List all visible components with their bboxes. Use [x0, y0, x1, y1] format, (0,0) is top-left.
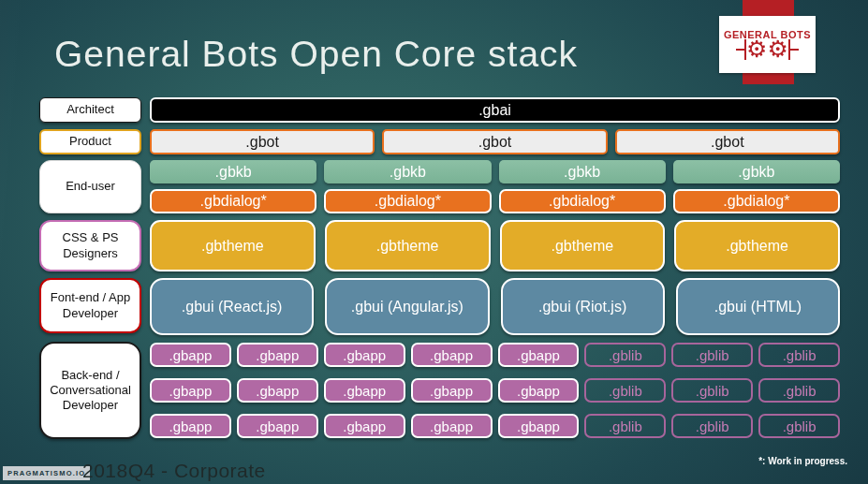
- gbapp-chip: .gbapp: [324, 414, 405, 438]
- gear-icon: ⚙: [746, 38, 767, 61]
- gbapp-chip: .gbapp: [150, 378, 231, 403]
- gbdialog-chip: .gbdialog*: [673, 189, 840, 213]
- gblib-chip: .gblib: [671, 343, 753, 367]
- gbapp-chip: .gbapp: [237, 378, 318, 403]
- role-label-css-ps-designers: CSS & PS Designers: [39, 220, 141, 271]
- gbtheme-chip: .gbtheme: [674, 220, 840, 271]
- gbui-riot-chip: .gbui (Riot.js): [501, 278, 665, 335]
- gbot-chip: .gbot: [382, 129, 607, 154]
- gbtheme-chip: .gbtheme: [150, 220, 316, 271]
- apps-row-2: .gbapp .gbapp .gbapp .gbapp .gbapp .gbli…: [150, 378, 840, 403]
- gbapp-chip: .gbapp: [150, 343, 231, 367]
- gblib-chip: .gblib: [584, 414, 666, 438]
- gbkb-row: .gbkb .gbkb .gbkb .gbkb: [150, 160, 840, 183]
- gblib-chip: .gblib: [758, 378, 840, 403]
- gbapp-chip: .gbapp: [411, 378, 493, 403]
- gbapp-chip: .gbapp: [237, 343, 318, 367]
- gbui-react-chip: .gbui (React.js): [150, 278, 314, 335]
- gblib-chip: .gblib: [584, 378, 666, 403]
- gbui-row: .gbui (React.js) .gbui (Angular.js) .gbu…: [150, 278, 840, 335]
- apps-row-1: .gbapp .gbapp .gbapp .gbapp .gbapp .gbli…: [150, 343, 840, 367]
- gbapp-chip: .gbapp: [324, 378, 405, 403]
- gbapp-chip: .gbapp: [150, 414, 231, 438]
- work-in-progress-note: *: Work in progress.: [758, 456, 847, 466]
- slide: General Bots Open Core stack GENERAL BOT…: [0, 0, 868, 484]
- gbkb-chip: .gbkb: [324, 160, 491, 183]
- gbapp-chip: .gbapp: [237, 414, 318, 438]
- gbapp-chip: .gbapp: [411, 414, 493, 438]
- gbtheme-row: .gbtheme .gbtheme .gbtheme .gbtheme: [150, 220, 840, 271]
- gbtheme-chip: .gbtheme: [325, 220, 491, 271]
- apps-row-3: .gbapp .gbapp .gbapp .gbapp .gbapp .gbli…: [150, 414, 840, 438]
- gbtheme-chip: .gbtheme: [500, 220, 666, 271]
- gbdialog-chip: .gbdialog*: [150, 189, 316, 213]
- role-label-end-user: End-user: [39, 160, 141, 213]
- gbot-chip: .gbot: [615, 129, 840, 154]
- role-label-frontend-app-developer: Font-end / App Developer: [39, 278, 141, 333]
- gbai-bar: .gbai: [150, 97, 840, 123]
- gblib-chip: .gblib: [584, 343, 666, 367]
- gbdialog-chip: .gbdialog*: [324, 189, 491, 213]
- gbapp-chip: .gbapp: [498, 414, 580, 438]
- gbapp-chip: .gbapp: [498, 343, 580, 367]
- role-label-product: Product: [39, 129, 141, 154]
- gear-icon: ⚙: [768, 38, 788, 61]
- gblib-chip: .gblib: [758, 343, 840, 367]
- gbui-angular-chip: .gbui (Angular.js): [325, 278, 489, 335]
- gbapp-chip: .gbapp: [411, 343, 493, 367]
- gblib-chip: .gblib: [671, 378, 753, 403]
- gears-icon: ⚙ ⚙: [736, 38, 799, 61]
- gbdialog-chip: .gbdialog*: [499, 189, 666, 213]
- gblib-chip: .gblib: [758, 414, 840, 438]
- gbui-html-chip: .gbui (HTML): [676, 278, 840, 335]
- gbapp-chip: .gbapp: [498, 378, 580, 403]
- gbkb-chip: .gbkb: [150, 160, 316, 183]
- gbdialog-row: .gbdialog* .gbdialog* .gbdialog* .gbdial…: [150, 189, 840, 213]
- role-label-architect: Architect: [39, 97, 141, 123]
- gbkb-chip: .gbkb: [499, 160, 666, 183]
- gblib-chip: .gblib: [671, 414, 753, 438]
- gbkb-chip: .gbkb: [673, 160, 840, 183]
- role-label-backend-conversational-developer: Back-end / Conversational Developer: [39, 342, 141, 439]
- page-title: General Bots Open Core stack: [54, 34, 672, 75]
- gear-line-left: [736, 49, 744, 51]
- gbot-chip: .gbot: [150, 129, 375, 154]
- general-bots-logo: GENERAL BOTS ⚙ ⚙: [719, 16, 816, 73]
- pragmatismo-brand-badge: PRAGMATISMO.IO: [3, 466, 90, 480]
- gbapp-chip: .gbapp: [324, 343, 405, 367]
- gear-line-right: [790, 49, 799, 51]
- gbot-row: .gbot .gbot .gbot: [150, 129, 840, 154]
- slide-caption: 2018Q4 - Corporate: [82, 460, 266, 482]
